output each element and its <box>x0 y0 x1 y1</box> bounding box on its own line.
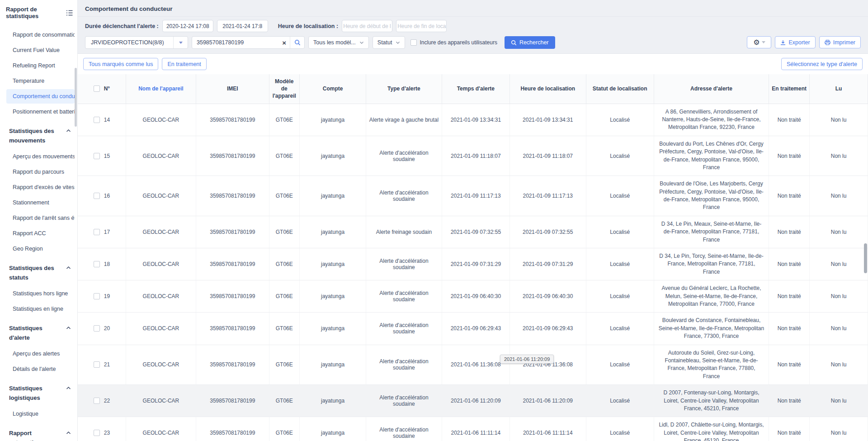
table-row[interactable]: 16GEOLOC-CAR359857081780199GT06Ejayatung… <box>78 176 868 216</box>
export-button[interactable]: Exporter <box>775 36 815 48</box>
clear-icon[interactable]: × <box>278 39 290 46</box>
loc-start-input[interactable] <box>342 20 392 32</box>
cell-loc_status: Localisé <box>586 248 654 280</box>
table-row[interactable]: 18GEOLOC-CAR359857081780199GT06Ejayatung… <box>78 248 868 280</box>
sidebar-item[interactable]: Rapport d'excès de vitesse <box>0 180 75 194</box>
printer-icon <box>825 40 830 45</box>
cell-loc_status: Localisé <box>586 176 654 216</box>
app-root: Rapport de statistiques Rapport de conso… <box>0 0 868 441</box>
sidebar-item[interactable]: Statistiques en ligne <box>0 302 75 316</box>
row-checkbox[interactable] <box>94 229 100 235</box>
imei-input[interactable] <box>192 39 278 46</box>
cell-imei: 359857081780199 <box>196 280 269 313</box>
model-select[interactable]: Tous les modèl... <box>308 36 369 49</box>
table-row[interactable]: 21GEOLOC-CAR359857081780199GT06Ejayatung… <box>78 345 868 385</box>
row-checkbox[interactable] <box>94 261 100 267</box>
page-scrollbar[interactable] <box>864 243 867 273</box>
cell-alert_time: 2021-01-09 06:40:30 <box>442 280 509 313</box>
cell-loc_time: 2021-01-09 07:32:55 <box>509 216 586 248</box>
sidebar-item[interactable]: Positionnement et batterie <box>0 104 75 119</box>
alerts-table: N°Nom de l'appareilIMEIModèle de l'appar… <box>78 74 868 441</box>
sidebar-item[interactable]: Rapport ACC <box>0 226 75 241</box>
include-users-checkbox[interactable] <box>410 39 417 46</box>
mark-all-read-button[interactable]: Tous marqués comme lus <box>83 58 158 70</box>
sidebar-group-1[interactable]: Statistiques des mouvements <box>0 120 77 148</box>
chevron-up-icon <box>66 386 71 390</box>
table-row[interactable]: 17GEOLOC-CAR359857081780199GT06Ejayatung… <box>78 216 868 248</box>
row-checkbox[interactable] <box>94 153 100 159</box>
duration-label: Durée déclenchant l'alerte : <box>85 23 159 29</box>
row-checkbox[interactable] <box>94 398 100 404</box>
device-group-select[interactable]: JRVIDEOPROTECTION(8/8) <box>85 36 188 49</box>
select-alert-type-button[interactable]: Sélectionnez le type d'alerte <box>781 58 863 70</box>
menu-toggle-icon[interactable] <box>66 10 73 16</box>
sidebar-item[interactable]: Aperçu des mouvements <box>0 149 75 164</box>
search-icon[interactable] <box>290 37 304 48</box>
alert-date-from-input[interactable] <box>162 20 213 32</box>
sidebar-header: Rapport de statistiques <box>0 0 77 23</box>
cell-processing: Non traité <box>769 104 810 136</box>
table-row[interactable]: 23GEOLOC-CAR359857081780199GT06Ejayatung… <box>78 417 868 441</box>
cell-processing: Non traité <box>769 385 810 417</box>
sidebar-group-5[interactable]: Rapport automatique <box>0 422 77 441</box>
row-checkbox[interactable] <box>94 117 100 123</box>
sidebar-item[interactable]: Statistiques hors ligne <box>0 286 75 301</box>
loc-end-input[interactable] <box>396 20 447 32</box>
sidebar-item[interactable]: Current Fuel Value <box>0 43 75 57</box>
cell-read: Non lu <box>810 313 868 345</box>
processing-button[interactable]: En traitement <box>162 58 206 70</box>
sidebar-group-label: Statistiques des statuts <box>9 263 62 283</box>
sidebar-item[interactable]: Détails de l'alerte <box>0 362 75 376</box>
row-checkbox[interactable] <box>94 325 100 332</box>
imei-search-group: × <box>192 36 305 49</box>
cell-name: GEOLOC-CAR <box>126 104 196 136</box>
sidebar-item[interactable]: Comportement du conduc... <box>6 89 75 104</box>
alert-date-to-input[interactable] <box>217 20 268 32</box>
row-checkbox[interactable] <box>94 361 100 368</box>
cell-account: jayatunga <box>299 313 366 345</box>
row-checkbox[interactable] <box>94 193 100 199</box>
sidebar-item[interactable]: Rapport du parcours <box>0 165 75 179</box>
column-header[interactable]: Nom de l'appareil <box>126 74 196 104</box>
cell-loc_status: Localisé <box>586 345 654 385</box>
sidebar-scrollbar[interactable] <box>75 68 77 127</box>
row-number: 20 <box>104 325 110 332</box>
table-row[interactable]: 22GEOLOC-CAR359857081780199GT06Ejayatung… <box>78 385 868 417</box>
sidebar-item[interactable]: Aperçu des alertes <box>0 346 75 361</box>
cell-alert_time: 2021-01-09 06:29:43 <box>442 313 509 345</box>
cell-num: 16 <box>78 176 126 216</box>
row-checkbox[interactable] <box>94 293 100 299</box>
sidebar-item[interactable]: Rapport de l'arrêt sans ét... <box>0 211 75 225</box>
sidebar-item[interactable]: Temperature <box>0 74 75 88</box>
table-row[interactable]: 15GEOLOC-CAR359857081780199GT06Ejayatung… <box>78 136 868 176</box>
sidebar-item[interactable]: Logistique <box>0 407 75 421</box>
status-select[interactable]: Statut <box>373 36 406 49</box>
cell-name: GEOLOC-CAR <box>126 248 196 280</box>
cell-alert_type: Alerte d'accélération soudaine <box>366 136 442 176</box>
table-row[interactable]: 20GEOLOC-CAR359857081780199GT06Ejayatung… <box>78 313 868 345</box>
search-button[interactable]: Rechercher <box>505 36 555 49</box>
column-settings-button[interactable]: ⚙ <box>747 36 771 48</box>
sidebar-group-2[interactable]: Statistiques des statuts <box>0 257 77 285</box>
row-checkbox[interactable] <box>94 430 100 436</box>
cell-read: Non lu <box>810 216 868 248</box>
table-row[interactable]: 14GEOLOC-CAR359857081780199GT06Ejayatung… <box>78 104 868 136</box>
cell-read: Non lu <box>810 176 868 216</box>
sidebar-item[interactable]: Stationnement <box>0 195 75 210</box>
print-button[interactable]: Imprimer <box>819 36 861 48</box>
sidebar-item[interactable]: Rapport de consommatio... <box>0 28 75 42</box>
row-number: 15 <box>104 153 110 159</box>
cell-num: 15 <box>78 136 126 176</box>
select-all-checkbox[interactable] <box>94 85 100 92</box>
cell-loc_status: Localisé <box>586 216 654 248</box>
cell-account: jayatunga <box>299 136 366 176</box>
table-row[interactable]: 19GEOLOC-CAR359857081780199GT06Ejayatung… <box>78 280 868 313</box>
cell-address: Avenue du Général Leclerc, La Rochette, … <box>654 280 769 313</box>
column-header: Heure de localisation <box>509 74 586 104</box>
sidebar-group-4[interactable]: Statistiques logistiques <box>0 377 77 406</box>
sidebar-item[interactable]: Refueling Report <box>0 58 75 73</box>
cell-num: 19 <box>78 280 126 313</box>
sidebar-item[interactable]: Geo Region <box>0 242 75 256</box>
cell-alert_time: 2021-01-09 07:31:29 <box>442 248 509 280</box>
sidebar-group-3[interactable]: Statistiques d'alerte <box>0 317 77 346</box>
